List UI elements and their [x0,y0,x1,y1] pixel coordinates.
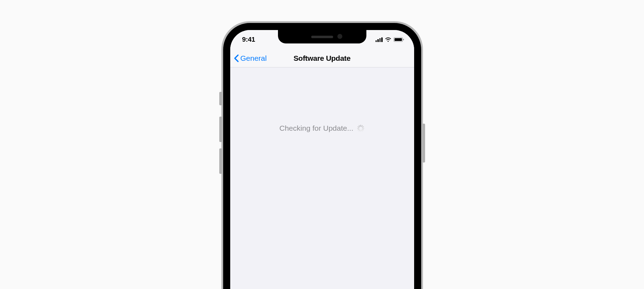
notch [278,30,366,43]
svg-line-14 [359,125,360,126]
cellular-signal-icon [376,37,383,42]
spinner-icon [357,124,365,132]
content-area: Checking for Update... [230,67,414,289]
svg-line-10 [359,130,360,131]
svg-line-4 [362,125,362,126]
chevron-left-icon [234,54,239,62]
volume-up-button [219,117,222,142]
phone-mockup: 9:41 [221,21,423,289]
svg-line-13 [358,127,359,128]
svg-line-8 [362,130,362,131]
wifi-icon [385,37,391,42]
battery-icon [394,37,404,42]
svg-line-11 [358,129,359,130]
svg-line-5 [362,127,364,128]
front-camera [337,34,342,39]
back-button[interactable]: General [234,54,267,63]
checking-status-text: Checking for Update... [279,124,353,132]
svg-rect-1 [394,38,402,41]
side-button [422,124,425,163]
status-time: 9:41 [242,36,255,43]
back-label: General [240,54,267,63]
svg-line-7 [362,129,364,130]
speaker-grille [311,36,333,38]
navigation-bar: General Software Update [230,49,414,67]
volume-down-button [219,148,222,174]
ringer-switch [219,92,222,105]
svg-rect-2 [403,39,404,40]
screen: 9:41 [230,30,414,289]
